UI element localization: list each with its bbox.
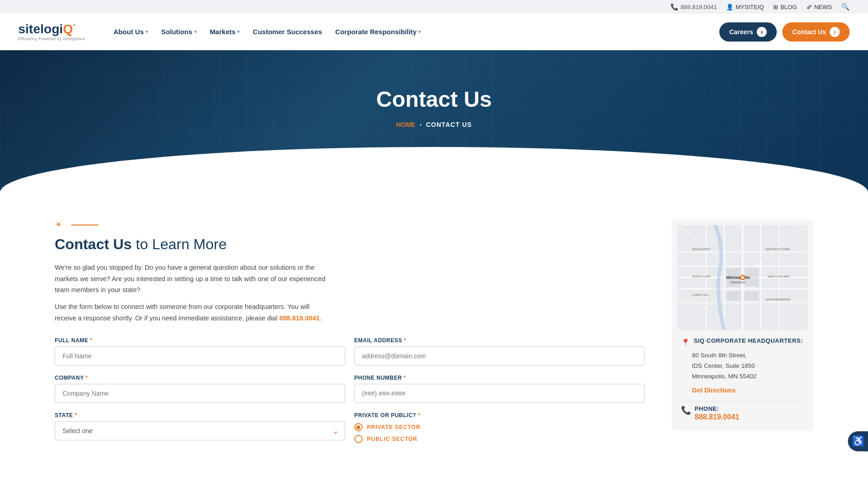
accessibility-button[interactable]: ♿ [848, 431, 868, 451]
logo[interactable]: sitelogiQ· Efficiency Powered by Intelli… [18, 23, 85, 41]
chevron-down-icon: ▾ [418, 29, 421, 34]
dash-decoration [71, 225, 99, 225]
section-desc-1: We're so glad you stopped by. Do you hav… [55, 262, 328, 296]
form-row-1: FULL NAME * EMAIL ADDRESS * [55, 337, 645, 366]
state-group: STATE * Select one ⌄ [55, 412, 345, 447]
radio-public-indicator [354, 435, 363, 443]
contact-form: FULL NAME * EMAIL ADDRESS * [55, 337, 645, 447]
required-mark: * [75, 412, 77, 419]
section-desc-2: Use the form below to connect with someo… [55, 301, 328, 324]
pin-icon: 📍 [681, 338, 690, 347]
required-mark: * [86, 375, 88, 381]
phone-icon: 📞 [670, 3, 678, 10]
svg-rect-21 [727, 291, 740, 300]
phone-number-label: PHONE NUMBER * [354, 375, 645, 381]
email-group: EMAIL ADDRESS * [354, 337, 645, 366]
chevron-down-icon: ▾ [146, 29, 148, 34]
nav-customer-successes[interactable]: Customer Successes [247, 24, 327, 39]
contact-phone-link[interactable]: 888.819.0041 [279, 314, 320, 322]
nav-markets[interactable]: Markets ▾ [204, 24, 245, 39]
breadcrumb-current-page: CONTACT US [426, 121, 472, 128]
section-title: Contact Us to Learn More [55, 236, 645, 253]
address-title: 📍 SIQ CORPORATE HEADQUARTERS: [681, 337, 804, 347]
radio-private-label: PRIVATE SECTOR [367, 424, 421, 430]
required-mark: * [90, 337, 92, 344]
careers-button[interactable]: Careers [719, 22, 777, 42]
careers-btn-arrow [757, 27, 767, 37]
address-text: 80 South 8th Street, IDS Center, Suite 1… [692, 351, 804, 382]
radio-private-indicator [354, 423, 363, 431]
blog-icon: ⊞ [773, 4, 778, 10]
nav-links: About Us ▾ Solutions ▾ Markets ▾ Custome… [108, 24, 706, 39]
sun-icon [55, 220, 66, 230]
phone-block: 📞 PHONE: 888.819.0041 [681, 401, 804, 421]
company-input[interactable] [55, 384, 345, 403]
email-label: EMAIL ADDRESS * [354, 337, 645, 344]
company-group: COMPANY * [55, 375, 345, 403]
nav-about-us[interactable]: About Us ▾ [108, 24, 154, 39]
svg-text:Downtown: Downtown [731, 281, 746, 284]
svg-text:NORTHEAST PARK: NORTHEAST PARK [765, 248, 790, 251]
email-input[interactable] [354, 346, 645, 366]
svg-text:Minneapolis: Minneapolis [726, 275, 750, 280]
form-row-2: COMPANY * PHONE NUMBER * [55, 375, 645, 403]
chevron-down-icon: ▾ [237, 29, 239, 34]
required-mark: * [404, 375, 406, 381]
top-bar: 📞 888.819.0041 👤 MYSITEIQ ⊞ BLOG 🗞 NEWS … [0, 0, 868, 14]
page-title: Contact Us [0, 87, 868, 112]
map-image[interactable]: Minneapolis Downtown NEAR NORTH NORTHEAS… [677, 225, 808, 330]
news-icon: 🗞 [806, 4, 812, 10]
chevron-down-icon: ▾ [194, 29, 197, 34]
private-public-label: PRIVATE OR PUBLIC? * [354, 412, 645, 419]
accessibility-icon: ♿ [852, 435, 864, 447]
phone-number[interactable]: 888.819.0041 [695, 413, 739, 421]
address-label: SIQ CORPORATE HEADQUARTERS: [694, 337, 803, 344]
state-select-wrap: Select one ⌄ [55, 421, 345, 440]
nav-buttons: Careers Contact Us [719, 22, 850, 42]
company-label: COMPANY * [55, 375, 345, 381]
contact-btn-arrow [830, 27, 840, 37]
nav-solutions[interactable]: Solutions ▾ [156, 24, 202, 39]
svg-text:MARCY-HOLMES: MARCY-HOLMES [768, 275, 790, 278]
state-select[interactable]: Select one [55, 421, 345, 440]
full-name-group: FULL NAME * [55, 337, 345, 366]
svg-text:NEAR NORTH: NEAR NORTH [692, 248, 711, 251]
state-label: STATE * [55, 412, 345, 419]
form-section: Contact Us to Learn More We're so glad y… [55, 220, 645, 456]
breadcrumb: HOME • CONTACT US [0, 121, 868, 128]
radio-private-sector[interactable]: PRIVATE SECTOR [354, 423, 645, 431]
svg-rect-22 [745, 291, 759, 300]
phone-block-label: PHONE: [695, 405, 739, 412]
hero-section: Contact Us HOME • CONTACT US [0, 50, 868, 192]
sidebar: Minneapolis Downtown NEAR NORTH NORTHEAS… [672, 220, 813, 430]
main-content: Contact Us to Learn More We're so glad y… [0, 192, 868, 483]
logo-logiq-text: logiQ [40, 22, 73, 36]
phone-block-content: PHONE: 888.819.0041 [695, 405, 739, 421]
top-bar-news[interactable]: 🗞 NEWS [806, 4, 832, 10]
full-name-input[interactable] [55, 346, 345, 366]
top-bar-phone[interactable]: 📞 888.819.0041 [670, 3, 717, 10]
logo-tagline: Efficiency Powered by Intelligence [18, 37, 85, 41]
logo-site-text: site [18, 22, 40, 36]
main-nav: sitelogiQ· Efficiency Powered by Intelli… [0, 14, 868, 50]
map-card: Minneapolis Downtown NEAR NORTH NORTHEAS… [672, 220, 813, 430]
section-icon-area [55, 220, 645, 230]
nav-corporate-responsibility[interactable]: Corporate Responsibility ▾ [330, 24, 426, 39]
contact-us-button[interactable]: Contact Us [782, 22, 850, 42]
svg-text:NORTH LOOP: NORTH LOOP [692, 275, 711, 278]
required-mark: * [404, 337, 406, 344]
top-bar-mysiteiq[interactable]: 👤 MYSITEIQ [726, 4, 764, 10]
breadcrumb-home-link[interactable]: HOME [396, 121, 415, 128]
phone-input[interactable] [354, 384, 645, 403]
directions-link[interactable]: Get Directions [692, 387, 804, 394]
svg-text:LOWRY HILL: LOWRY HILL [692, 293, 709, 296]
radio-public-sector[interactable]: PUBLIC SECTOR [354, 435, 645, 443]
svg-text:CEDAR-RIVERSIDE: CEDAR-RIVERSIDE [765, 298, 790, 301]
address-block: 📍 SIQ CORPORATE HEADQUARTERS: 80 South 8… [677, 330, 808, 425]
required-mark: * [418, 412, 420, 419]
top-bar-blog[interactable]: ⊞ BLOG [773, 4, 797, 10]
form-row-3: STATE * Select one ⌄ PRIVATE OR PUBLIC? … [55, 412, 645, 447]
phone-group: PHONE NUMBER * [354, 375, 645, 403]
search-icon[interactable]: 🔍 [841, 3, 850, 11]
private-public-group: PRIVATE OR PUBLIC? * PRIVATE SECTOR PUBL… [354, 412, 645, 447]
